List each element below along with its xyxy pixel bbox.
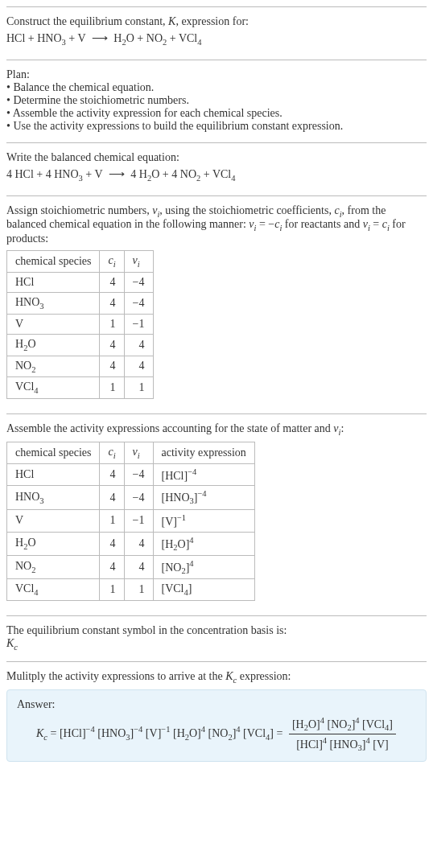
table-row: HCl4−4: [7, 272, 154, 292]
col-nui: νi: [124, 442, 153, 463]
reactant: V: [95, 168, 103, 180]
answer-section: Mulitply the activity expressions to arr…: [6, 661, 427, 771]
fraction: [H2O]4 [NO2]4 [VCl4] [HCl]4 [HNO3]4 [V]: [289, 716, 396, 753]
table-header-row: chemical species ci νi: [7, 251, 154, 273]
header-section: Construct the equilibrium constant, K, e…: [6, 6, 427, 60]
table-row: HNO34−4[HNO3]−4: [7, 486, 255, 509]
multiply-intro: Mulitply the activity expressions to arr…: [6, 670, 427, 685]
reactant: HCl: [6, 32, 25, 44]
col-nui: νi: [124, 251, 153, 273]
arrow-icon: ⟶: [89, 32, 111, 44]
kc-expression: Kc = [HCl]−4 [HNO3]−4 [V]−1 [H2O]4 [NO2]…: [36, 716, 416, 753]
k-symbol: K: [168, 15, 175, 27]
term: [HCl]−4: [60, 727, 95, 739]
table-header-row: chemical species ci νi activity expressi…: [7, 442, 255, 463]
plan-item: • Assemble the activity expression for e…: [6, 107, 427, 120]
term: [H2O]4: [173, 727, 205, 739]
balanced-equation: 4 HCl + 4 HNO3 + V ⟶ 4 H2O + 4 NO2 + VCl…: [6, 167, 427, 183]
plan-title: Plan:: [6, 68, 427, 81]
balanced-section: Write the balanced chemical equation: 4 …: [6, 142, 427, 195]
col-ci: ci: [100, 442, 124, 463]
reactant: 4 HNO3: [46, 168, 83, 180]
fraction-denominator: [HCl]4 [HNO3]4 [V]: [289, 734, 396, 752]
activity-section: Assemble the activity expressions accoun…: [6, 413, 427, 615]
col-ci: ci: [100, 251, 124, 273]
plan-item: • Use the activity expressions to build …: [6, 120, 427, 133]
stoich-section: Assign stoichiometric numbers, νi, using…: [6, 195, 427, 414]
table-row: NO244: [7, 356, 154, 377]
term: [V]−1: [146, 727, 171, 739]
table-row: V1−1[V]−1: [7, 509, 255, 532]
construct-line: Construct the equilibrium constant, K, e…: [6, 15, 427, 28]
product: H2O: [113, 32, 134, 44]
product: VCl4: [212, 168, 236, 180]
activity-intro: Assemble the activity expressions accoun…: [6, 422, 427, 437]
construct-prefix: Construct the equilibrium constant,: [6, 15, 168, 27]
term: [VCl4]: [243, 727, 274, 739]
col-activity: activity expression: [153, 442, 254, 463]
product: 4 NO2: [171, 168, 200, 180]
product: NO2: [146, 32, 167, 44]
construct-suffix: , expression for:: [175, 15, 249, 27]
balanced-intro: Write the balanced chemical equation:: [6, 151, 427, 164]
table-row: HCl4−4[HCl]−4: [7, 463, 255, 486]
kc-symbol-section: The equilibrium constant symbol in the c…: [6, 615, 427, 661]
product: VCl4: [179, 32, 202, 44]
term: [HNO3]−4: [97, 727, 142, 739]
kc-symbol: Kc: [6, 637, 427, 652]
stoich-table: chemical species ci νi HCl4−4 HNO34−4 V1…: [6, 250, 154, 399]
activity-table: chemical species ci νi activity expressi…: [6, 442, 255, 601]
table-row: V1−1: [7, 314, 154, 334]
col-species: chemical species: [7, 442, 100, 463]
plan-section: Plan: • Balance the chemical equation. •…: [6, 60, 427, 142]
col-species: chemical species: [7, 251, 100, 273]
reactant: HNO3: [37, 32, 66, 44]
term: [NO2]4: [208, 727, 241, 739]
table-row: NO244[NO2]4: [7, 555, 255, 578]
table-row: HNO34−4: [7, 292, 154, 314]
plan-item: • Balance the chemical equation.: [6, 81, 427, 94]
product: 4 H2O: [130, 168, 159, 180]
arrow-icon: ⟶: [105, 168, 128, 180]
table-row: VCl411[VCl4]: [7, 579, 255, 601]
reactant: V: [78, 32, 86, 44]
answer-box: Answer: Kc = [HCl]−4 [HNO3]−4 [V]−1 [H2O…: [6, 689, 427, 762]
reactant: 4 HCl: [6, 168, 34, 180]
plan-item: • Determine the stoichiometric numbers.: [6, 94, 427, 107]
answer-label: Answer:: [17, 698, 416, 711]
kc-symbol-line: The equilibrium constant symbol in the c…: [6, 624, 427, 637]
unbalanced-equation: HCl + HNO3 + V ⟶ H2O + NO2 + VCl4: [6, 31, 427, 47]
table-row: VCl411: [7, 377, 154, 399]
table-row: H2O44[H2O]4: [7, 532, 255, 555]
table-row: H2O44: [7, 334, 154, 356]
stoich-intro: Assign stoichiometric numbers, νi, using…: [6, 204, 427, 246]
fraction-numerator: [H2O]4 [NO2]4 [VCl4]: [289, 716, 396, 734]
